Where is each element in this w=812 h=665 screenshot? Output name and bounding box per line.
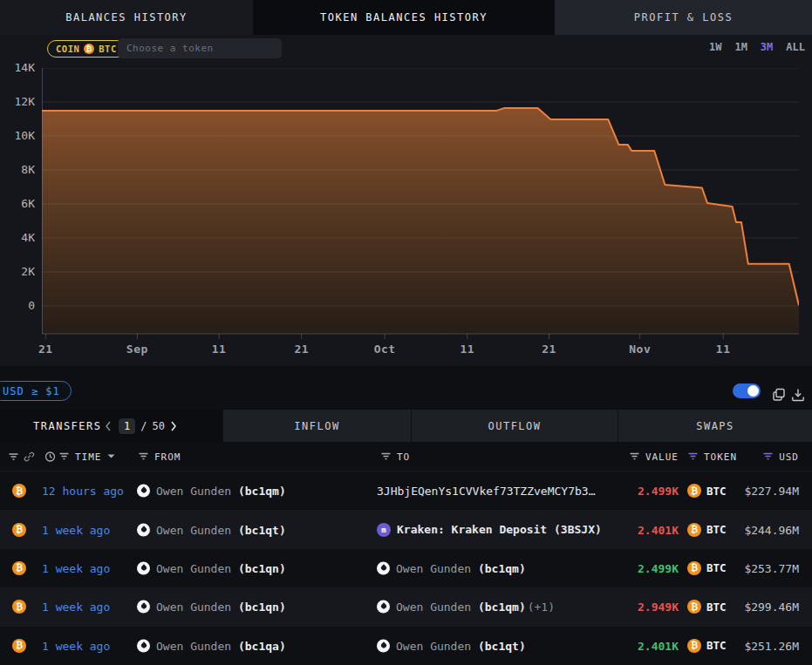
top-tab-bar: BALANCES HISTORY TOKEN BALANCES HISTORY …	[0, 0, 812, 35]
from-entity-text: Owen Gunden (bc1qt)	[156, 523, 286, 536]
entity-avatar-droplet-icon	[377, 561, 390, 574]
entity-avatar-droplet-icon	[137, 523, 150, 536]
token-symbol: BTC	[706, 561, 727, 574]
from-entity-link[interactable]: Owen Gunden (bc1qa)	[137, 639, 286, 652]
usd-value: $299.46M	[744, 601, 799, 614]
to-entity-link[interactable]: 3JHbjEQenYs1CVVkef73TZZveMCY7b3…	[377, 485, 595, 498]
from-entity-link[interactable]: Owen Gunden (bc1qn)	[137, 561, 286, 574]
entity-avatar-droplet-icon	[137, 485, 150, 498]
usd-value: $253.77M	[744, 561, 799, 574]
table-tab-bar: TRANSFERS 1 / 50 INFLOW OUTFLOW SWAPS	[0, 410, 812, 442]
from-entity-address: (bc1qa)	[238, 639, 286, 652]
transfer-time-link[interactable]: 1 week ago	[42, 639, 110, 652]
range-1w[interactable]: 1W	[709, 41, 721, 53]
from-column-label: FROM	[154, 451, 181, 462]
table-header: TIME FROM TO VALUE TOKEN USD	[0, 442, 812, 472]
from-entity-link[interactable]: Owen Gunden (bc1qt)	[137, 523, 286, 536]
current-page: 1	[119, 418, 135, 434]
usd-column-header[interactable]: USD	[762, 451, 799, 462]
range-1m[interactable]: 1M	[734, 41, 747, 53]
chart-toggle-switch[interactable]	[733, 383, 761, 398]
to-entity-text: Kraken: Kraken Deposit (3BSJX)	[397, 523, 602, 536]
tab-outflow[interactable]: OUTFLOW	[411, 410, 618, 442]
value-column-label: VALUE	[645, 451, 679, 462]
row-filter-icon[interactable]	[8, 451, 19, 462]
transfer-value: 2.949K	[638, 601, 679, 614]
x-tick-label: 21	[542, 343, 556, 356]
to-entity-address: (bc1qm)	[478, 561, 526, 574]
transfer-time-link[interactable]: 1 week ago	[42, 561, 110, 574]
token-search-input[interactable]	[118, 38, 282, 58]
balance-area-chart[interactable]	[42, 68, 799, 340]
range-all[interactable]: ALL	[786, 41, 805, 53]
y-tick-label: 0	[0, 299, 35, 313]
btc-icon: ₿	[687, 484, 701, 498]
transfer-time-link[interactable]: 1 week ago	[42, 523, 110, 536]
from-entity-link[interactable]: Owen Gunden (bc1qm)	[137, 485, 286, 498]
token-column-header[interactable]: TOKEN	[687, 451, 737, 462]
from-entity-name: Owen Gunden	[156, 639, 238, 652]
clock-icon[interactable]	[44, 451, 56, 462]
tab-inflow[interactable]: INFLOW	[222, 410, 411, 442]
x-tick-label: 21	[294, 343, 309, 356]
chain-btc-icon: ₿	[12, 523, 26, 537]
token-cell: ₿BTC	[687, 484, 727, 498]
download-icon[interactable]	[791, 388, 805, 402]
chain-btc-icon: ₿	[12, 561, 26, 575]
y-tick-label: 10K	[0, 129, 35, 143]
usd-value: $227.94M	[744, 485, 799, 498]
transfer-time-link[interactable]: 12 hours ago	[42, 485, 124, 498]
chevron-down-icon	[107, 454, 115, 459]
from-column-header[interactable]: FROM	[138, 451, 181, 462]
token-cell: ₿BTC	[687, 523, 727, 537]
tab-swaps[interactable]: SWAPS	[618, 410, 812, 442]
from-entity-name: Owen Gunden	[156, 485, 238, 498]
transfers-table-rows: ₿12 hours agoOwen Gunden (bc1qm)3JHbjEQe…	[0, 472, 812, 665]
y-tick-label: 6K	[0, 197, 35, 211]
tab-profit-and-loss[interactable]: PROFIT & LOSS	[555, 0, 812, 35]
tab-token-balances-history[interactable]: TOKEN BALANCES HISTORY	[253, 0, 555, 35]
token-symbol: BTC	[706, 523, 727, 536]
time-column-header[interactable]: TIME	[58, 451, 115, 462]
to-entity-name: Kraken: Kraken Deposit	[397, 523, 554, 536]
to-entity-name: Owen Gunden	[396, 601, 478, 614]
tab-balances-history[interactable]: BALANCES HISTORY	[0, 0, 253, 35]
next-page-chevron-icon[interactable]	[170, 420, 179, 432]
kraken-logo-icon: m	[377, 523, 391, 537]
transfer-value: 2.499K	[638, 561, 679, 574]
total-pages: 50	[152, 420, 164, 432]
coin-filter-symbol: BTC	[99, 44, 116, 54]
coin-filter-pill[interactable]: COIN ₿ BTC	[47, 40, 126, 58]
from-entity-link[interactable]: Owen Gunden (bc1qn)	[137, 601, 286, 614]
to-entity-link[interactable]: Owen Gunden (bc1qm)(+1)	[377, 601, 555, 614]
table-row: ₿1 week agoOwen Gunden (bc1qn)Owen Gunde…	[0, 549, 812, 587]
to-entity-text: Owen Gunden (bc1qm)	[396, 561, 526, 574]
table-row: ₿1 week agoOwen Gunden (bc1qa)Owen Gunde…	[0, 627, 812, 665]
value-column-header[interactable]: VALUE	[629, 451, 679, 462]
range-3m[interactable]: 3M	[761, 41, 773, 53]
y-tick-label: 12K	[0, 95, 35, 109]
to-entity-link[interactable]: Owen Gunden (bc1qt)	[377, 639, 526, 652]
to-entity-link[interactable]: Owen Gunden (bc1qm)	[377, 561, 526, 574]
to-raw-address: 3JHbjEQenYs1CVVkef73TZZveMCY7b3…	[377, 485, 595, 498]
btc-icon: ₿	[84, 44, 94, 54]
btc-icon: ₿	[12, 561, 26, 575]
to-entity-address: (bc1qm)	[478, 601, 526, 614]
from-entity-name: Owen Gunden	[156, 523, 238, 536]
btc-icon: ₿	[687, 600, 701, 614]
to-entity-name: Owen Gunden	[396, 639, 478, 652]
entity-avatar-droplet-icon	[137, 601, 150, 614]
to-column-header[interactable]: TO	[380, 451, 410, 462]
copy-icon[interactable]	[772, 388, 786, 402]
usd-min-filter-pill[interactable]: USD ≥ $1	[0, 381, 72, 401]
transfer-time-link[interactable]: 1 week ago	[42, 601, 110, 614]
link-icon[interactable]	[24, 451, 35, 462]
x-tick-label: 21	[38, 343, 53, 356]
x-tick-label: Oct	[374, 343, 396, 356]
prev-page-chevron-icon[interactable]	[105, 420, 113, 432]
tab-transfers[interactable]: TRANSFERS 1 / 50	[0, 410, 222, 442]
usd-value: $244.96M	[744, 523, 799, 536]
time-column-label: TIME	[75, 451, 102, 462]
to-entity-link[interactable]: mKraken: Kraken Deposit (3BSJX)	[377, 523, 602, 537]
table-row: ₿1 week agoOwen Gunden (bc1qt)mKraken: K…	[0, 510, 812, 548]
